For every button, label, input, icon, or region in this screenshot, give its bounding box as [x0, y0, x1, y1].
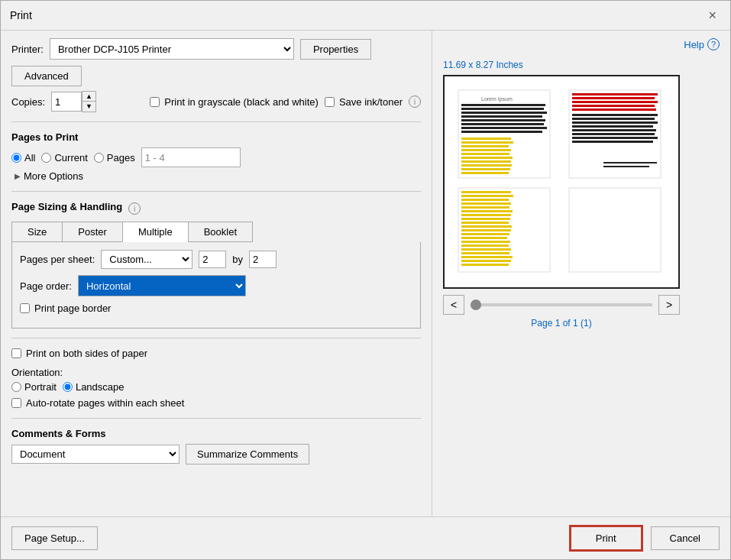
- current-radio-label[interactable]: Current: [41, 152, 87, 163]
- page-order-select[interactable]: Horizontal Horizontal Reversed Vertical …: [78, 275, 246, 296]
- page-setup-button[interactable]: Page Setup...: [11, 526, 98, 550]
- orientation-section: Orientation: Portrait Landscape Auto-rot…: [11, 367, 421, 409]
- help-icon: ?: [707, 38, 720, 50]
- both-sides-label[interactable]: Print on both sides of paper: [11, 348, 421, 359]
- svg-rect-25: [572, 108, 656, 111]
- landscape-radio[interactable]: [63, 382, 73, 392]
- svg-rect-40: [461, 202, 511, 205]
- svg-rect-39: [461, 199, 509, 201]
- cancel-button[interactable]: Cancel: [651, 526, 720, 550]
- next-page-button[interactable]: >: [658, 295, 680, 315]
- properties-button[interactable]: Properties: [300, 39, 371, 60]
- preview-size: 11.69 x 8.27 Inches: [443, 60, 680, 70]
- grayscale-label[interactable]: Print in grayscale (black and white): [150, 96, 319, 108]
- page-sizing-info-icon[interactable]: i: [128, 202, 141, 215]
- pages-per-sheet-label: Pages per sheet:: [20, 254, 95, 265]
- svg-rect-3: [461, 108, 544, 110]
- svg-rect-2: [461, 104, 545, 106]
- tab-poster[interactable]: Poster: [62, 222, 123, 242]
- page-info: Page 1 of 1 (1): [443, 318, 680, 329]
- svg-rect-21: [572, 93, 658, 95]
- printer-row: Printer: Brother DCP-J105 Printer Proper…: [11, 38, 421, 86]
- both-sides-checkbox[interactable]: [11, 348, 21, 358]
- svg-text:Lorem Ipsum: Lorem Ipsum: [481, 96, 513, 102]
- help-link[interactable]: Help ?: [684, 38, 720, 50]
- bottom-right-buttons: Print Cancel: [569, 525, 720, 552]
- left-panel: Printer: Brother DCP-J105 Printer Proper…: [1, 31, 432, 516]
- svg-rect-53: [461, 252, 509, 254]
- sizing-tab-content: Pages per sheet: Custom... 1 2 4 by: [11, 242, 421, 329]
- preview-svg: Lorem Ipsum: [451, 83, 672, 281]
- svg-rect-16: [461, 160, 511, 163]
- auto-rotate-checkbox[interactable]: [11, 398, 21, 408]
- pages-radio-label[interactable]: Pages: [94, 152, 135, 163]
- prev-page-button[interactable]: <: [443, 295, 464, 315]
- copies-down-button[interactable]: ▼: [82, 102, 95, 112]
- svg-rect-12: [461, 145, 509, 147]
- all-radio-label[interactable]: All: [11, 152, 35, 163]
- current-radio[interactable]: [41, 153, 51, 163]
- by-input-2[interactable]: [249, 251, 277, 268]
- comments-forms-select[interactable]: Document Document and Markups Document a…: [11, 445, 180, 464]
- auto-rotate-label[interactable]: Auto-rotate pages within each sheet: [11, 397, 421, 409]
- svg-rect-49: [461, 237, 507, 239]
- tab-size[interactable]: Size: [11, 222, 63, 242]
- pages-range-input[interactable]: [141, 147, 241, 167]
- svg-rect-13: [461, 149, 511, 151]
- svg-rect-7: [461, 123, 544, 125]
- pages-per-sheet-row: Pages per sheet: Custom... 1 2 4 by: [20, 250, 412, 269]
- more-options[interactable]: ▶ More Options: [15, 170, 421, 182]
- more-options-arrow: ▶: [15, 172, 21, 180]
- sizing-tabs: Size Poster Multiple Booklet: [11, 222, 421, 242]
- svg-rect-9: [461, 131, 542, 133]
- svg-rect-47: [461, 229, 511, 231]
- svg-rect-29: [572, 125, 653, 128]
- printer-label: Printer:: [11, 44, 44, 55]
- orientation-radios: Portrait Landscape: [11, 381, 421, 393]
- svg-rect-45: [461, 222, 509, 224]
- page-sizing-title: Page Sizing & Handling: [11, 201, 122, 212]
- svg-rect-56: [461, 264, 509, 266]
- svg-rect-19: [461, 172, 509, 174]
- svg-rect-15: [461, 157, 513, 159]
- all-radio[interactable]: [11, 153, 21, 163]
- save-ink-checkbox[interactable]: [325, 97, 335, 107]
- copies-input[interactable]: [51, 92, 82, 112]
- tab-multiple[interactable]: Multiple: [122, 222, 189, 242]
- save-ink-info-icon[interactable]: i: [409, 95, 421, 108]
- orientation-title: Orientation:: [11, 367, 421, 378]
- summarize-comments-button[interactable]: Summarize Comments: [186, 444, 309, 465]
- svg-rect-4: [461, 112, 547, 114]
- print-border-label[interactable]: Print page border: [20, 303, 111, 314]
- by-input-1[interactable]: [199, 251, 226, 268]
- bottom-bar: Page Setup... Print Cancel: [1, 516, 730, 559]
- portrait-radio[interactable]: [11, 382, 21, 392]
- pages-to-print-section: Pages to Print All Current Pages: [11, 131, 421, 182]
- by-label: by: [232, 254, 243, 265]
- copies-up-button[interactable]: ▲: [82, 92, 95, 102]
- page-order-label: Page order:: [20, 280, 72, 292]
- print-border-checkbox[interactable]: [20, 303, 30, 313]
- grayscale-checkbox[interactable]: [150, 97, 160, 107]
- preview-box: Lorem Ipsum: [443, 75, 680, 289]
- printer-select[interactable]: Brother DCP-J105 Printer: [50, 38, 294, 60]
- svg-rect-30: [572, 129, 656, 131]
- print-button[interactable]: Print: [569, 525, 643, 552]
- tab-booklet[interactable]: Booklet: [188, 222, 253, 242]
- portrait-label[interactable]: Portrait: [11, 381, 57, 393]
- svg-rect-17: [461, 164, 512, 167]
- pages-radio-row: All Current Pages: [11, 147, 421, 167]
- page-sizing-section: Page Sizing & Handling i Size Poster Mul…: [11, 201, 421, 329]
- svg-rect-54: [461, 256, 513, 258]
- svg-rect-41: [461, 206, 509, 209]
- landscape-label[interactable]: Landscape: [63, 381, 125, 393]
- svg-rect-18: [461, 168, 510, 170]
- pages-radio[interactable]: [94, 153, 104, 163]
- comments-forms-section: Comments & Forms Document Document and M…: [11, 428, 421, 465]
- advanced-button[interactable]: Advanced: [11, 66, 82, 86]
- close-button[interactable]: ×: [704, 7, 721, 24]
- svg-rect-31: [572, 133, 655, 135]
- pages-per-sheet-select[interactable]: Custom... 1 2 4: [101, 250, 192, 269]
- save-ink-label[interactable]: Save ink/toner: [325, 96, 403, 108]
- page-slider[interactable]: [471, 303, 652, 306]
